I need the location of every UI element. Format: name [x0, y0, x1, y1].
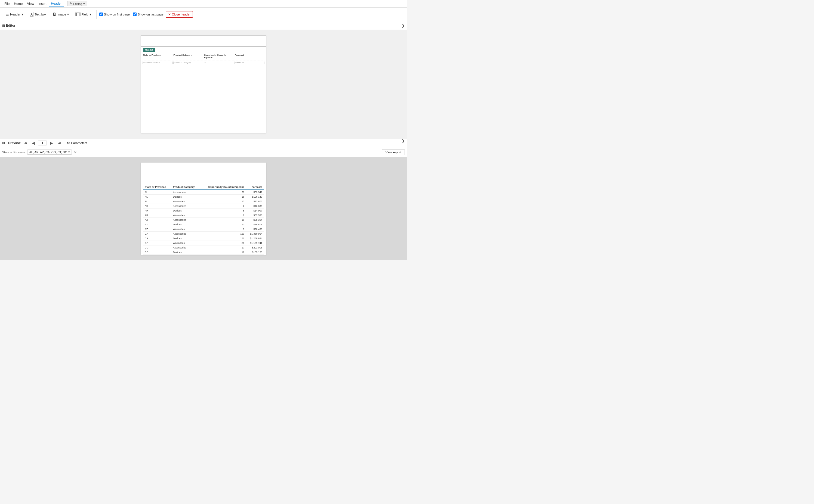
image-label: Image	[57, 13, 66, 16]
parameters-icon: ⚙	[67, 141, 70, 145]
table-cell: AL	[143, 199, 171, 204]
textbox-button[interactable]: A Text box	[27, 11, 49, 18]
table-cell: $14,907	[246, 209, 264, 213]
table-cell: AZ	[143, 227, 171, 232]
close-header-x-icon: ✕	[168, 13, 171, 16]
canvas-header-section[interactable]: Header State or Province Product Categor…	[141, 46, 266, 65]
param-state-value[interactable]: AL, AR, AZ, CA, CO, CT, DC ▾	[27, 150, 71, 155]
menu-insert[interactable]: Insert	[36, 1, 49, 7]
table-cell: Accessories	[171, 245, 200, 250]
table-cell: CO	[143, 245, 171, 250]
table-cell: Devices	[171, 195, 200, 199]
header-button[interactable]: ☰ Header ▾	[3, 11, 26, 18]
close-header-button[interactable]: ✕ Close header	[166, 11, 193, 18]
table-header-row: State or Province Product Category Oppor…	[143, 184, 264, 190]
show-first-group: Show on first page	[98, 13, 131, 16]
canvas-cell-state[interactable]: ⊞ State or Province	[142, 61, 173, 64]
table-row: COAccessories17$201,016	[143, 245, 264, 250]
table-cell: 5	[200, 209, 246, 213]
show-first-checkbox[interactable]	[99, 13, 103, 16]
show-last-group: Show on last page	[132, 13, 164, 16]
th-state: State or Province	[143, 184, 171, 190]
cell-label-forecast: Forecast	[237, 61, 245, 63]
menu-bar: File Home View Insert Header ✎ Editing ▾	[0, 0, 407, 8]
table-cell: $155,123	[246, 250, 264, 255]
table-cell: 88	[200, 241, 246, 245]
last-page-button[interactable]: ⏭	[56, 140, 62, 146]
preview-section: ⊞ Preview ⏮ ◀ ▶ ⏭ ⚙ Parameters ❯ State o…	[0, 139, 407, 260]
table-cell: CA	[143, 236, 171, 241]
table-cell: Warranties	[171, 241, 200, 245]
first-page-button[interactable]: ⏮	[23, 140, 29, 146]
view-report-button[interactable]: View report	[382, 149, 405, 155]
table-cell: $1,380,954	[246, 232, 264, 236]
textbox-label: Text box	[35, 13, 46, 16]
param-dropdown-icon[interactable]: ▾	[68, 150, 70, 154]
param-clear-button[interactable]: ✕	[74, 150, 77, 154]
ribbon: ☰ Header ▾ A Text box 🖼 Image ▾ [=] Fiel…	[0, 8, 407, 21]
table-cell: AZ	[143, 222, 171, 227]
table-row: AZAccessories15$58,364	[143, 218, 264, 222]
editor-section: ⊞ Editor ❯ Header State or Province Prod…	[0, 21, 407, 139]
cell-icon-opportunity: ⊞	[205, 61, 206, 63]
table-cell: $16,030	[246, 204, 264, 209]
table-cell: 9	[200, 227, 246, 232]
table-row: ALWarranties13$77,673	[143, 199, 264, 204]
table-cell: Warranties	[171, 199, 200, 204]
table-cell: 21	[200, 190, 246, 195]
collapse-preview-icon[interactable]: ❯	[402, 139, 405, 143]
table-cell: Devices	[171, 250, 200, 255]
page-number-input[interactable]	[38, 141, 47, 145]
menu-view[interactable]: View	[25, 1, 36, 7]
ribbon-separator-1	[96, 10, 97, 19]
edit-icon: ✎	[70, 2, 72, 5]
dropdown-icon: ▾	[83, 2, 85, 5]
canvas-col-forecast: Forecast	[234, 53, 265, 59]
table-cell: Accessories	[171, 232, 200, 236]
editing-label: Editing	[73, 2, 82, 5]
prev-page-button[interactable]: ◀	[31, 140, 36, 146]
th-opportunity: Opportunity Count In Pipeline	[200, 184, 246, 190]
show-last-checkbox[interactable]	[133, 13, 136, 16]
table-cell: $63,342	[246, 190, 264, 195]
table-cell: 17	[200, 245, 246, 250]
table-row: ARDevices5$14,907	[143, 209, 264, 213]
canvas-placeholder-row: ⊞ State or Province ⊞ Product Category ⊞…	[141, 60, 266, 65]
parameters-label: Parameters	[71, 141, 87, 145]
table-cell: Accessories	[171, 190, 200, 195]
table-cell: AR	[143, 204, 171, 209]
editor-grid-icon: ⊞	[2, 24, 5, 27]
table-row: ARWarranties2$37,550	[143, 213, 264, 218]
preview-header: ⊞ Preview ⏮ ◀ ▶ ⏭ ⚙ Parameters ❯	[0, 139, 407, 147]
cell-label-state: State or Province	[145, 61, 160, 63]
table-cell: $37,550	[246, 213, 264, 218]
parameters-button[interactable]: ⚙ Parameters	[64, 140, 89, 146]
table-cell: Devices	[171, 209, 200, 213]
editor-canvas: Header State or Province Product Categor…	[0, 30, 407, 139]
editing-badge[interactable]: ✎ Editing ▾	[67, 1, 88, 6]
menu-header[interactable]: Header	[49, 1, 64, 7]
table-cell: Devices	[171, 222, 200, 227]
th-product: Product Category	[171, 184, 200, 190]
image-button[interactable]: 🖼 Image ▾	[50, 11, 71, 18]
field-label: Field	[82, 13, 88, 16]
show-first-checkbox-label[interactable]: Show on first page	[99, 13, 130, 16]
menu-file[interactable]: File	[2, 1, 12, 7]
table-row: ALAccessories21$63,342	[143, 190, 264, 195]
table-row: CADevices131$1,258,634	[143, 236, 264, 241]
ribbon-insert-group: ☰ Header ▾ A Text box 🖼 Image ▾ [=] Fiel…	[2, 11, 95, 18]
header-label: Header	[10, 13, 20, 16]
next-page-button[interactable]: ▶	[49, 140, 54, 146]
canvas-cell-product[interactable]: ⊞ Product Category	[173, 61, 204, 64]
field-button[interactable]: [=] Field ▾	[73, 11, 93, 18]
collapse-editor-icon[interactable]: ❯	[402, 23, 405, 28]
menu-home[interactable]: Home	[12, 1, 25, 7]
show-last-checkbox-label[interactable]: Show on last page	[133, 13, 163, 16]
image-dropdown-icon: ▾	[67, 13, 69, 16]
table-cell: $58,364	[246, 218, 264, 222]
canvas-cell-forecast[interactable]: ⊞ Forecast	[235, 61, 265, 64]
table-cell: $201,016	[246, 245, 264, 250]
table-cell: CA	[143, 232, 171, 236]
canvas-cell-opportunity[interactable]: ⊞	[204, 61, 234, 64]
table-cell: AR	[143, 213, 171, 218]
